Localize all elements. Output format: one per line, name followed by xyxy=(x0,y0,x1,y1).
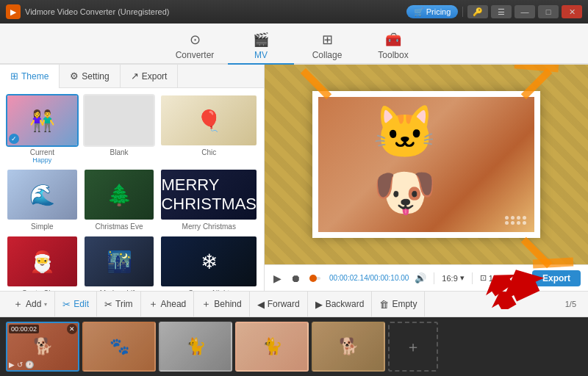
tl-play-1[interactable]: ▶ xyxy=(9,361,15,369)
tab-converter[interactable]: ⊙ Converter xyxy=(162,28,228,65)
titlebar-controls: 🛒 Pricing 🔑 ☰ — □ ✕ xyxy=(406,5,582,18)
timeline-item-3[interactable]: 🐈 xyxy=(159,322,232,372)
theme-santa-thumb: 🎅 xyxy=(6,235,79,288)
pricing-button[interactable]: 🛒 Pricing xyxy=(406,5,458,18)
preview-area: 🐱🐶 xyxy=(265,65,588,264)
theme-blank-thumb xyxy=(83,94,156,147)
page-selector[interactable]: ⊡ 1/2 ▾ xyxy=(480,273,511,283)
left-tab-export[interactable]: ↗ Export xyxy=(121,65,179,88)
titlebar-left: ▶ Vidmore Video Converter (Unregistered) xyxy=(6,4,169,19)
main-tabbar: ⊙ Converter 🎬 MV ⊞ Collage 🧰 Toolbox xyxy=(0,24,588,65)
page-dropdown-icon: ▾ xyxy=(506,273,511,283)
maximize-button[interactable]: □ xyxy=(538,5,559,18)
behind-button[interactable]: ＋ Behind xyxy=(194,292,249,317)
bottom-toolbar: ＋ Add ▾ ✂ Edit ✂ Trim ＋ Ahead ＋ Behind ◀… xyxy=(0,291,588,317)
cart-icon: 🛒 xyxy=(414,7,424,17)
preview-frame: 🐱🐶 xyxy=(312,91,540,238)
forward-icon: ◀ xyxy=(257,299,265,310)
backward-icon: ▶ xyxy=(315,299,323,310)
trim-button[interactable]: ✂ Trim xyxy=(97,292,141,317)
tl-time-1[interactable]: 🕐 xyxy=(25,361,34,369)
edit-button[interactable]: ✂ Edit xyxy=(55,292,97,317)
ahead-icon: ＋ xyxy=(148,297,158,311)
app-logo: ▶ xyxy=(6,4,21,19)
theme-blank[interactable]: Blank xyxy=(83,94,156,164)
empty-button[interactable]: 🗑 Empty xyxy=(372,292,425,317)
right-panel: 🐱🐶 ▶ ⏺ xyxy=(265,65,588,291)
mv-icon: 🎬 xyxy=(253,32,269,48)
left-panel: ⊞ Theme ⚙ Setting ↗ Export xyxy=(0,65,265,291)
left-tab-theme[interactable]: ⊞ Theme xyxy=(0,65,60,88)
timeline-item-1[interactable]: 🐕 00:00:02 ✕ ▶ ↺ 🕐 xyxy=(6,322,79,372)
behind-icon: ＋ xyxy=(201,297,211,311)
timeline: 🐕 00:00:02 ✕ ▶ ↺ 🕐 🐾 🐈 🐈 🐕 xyxy=(0,317,588,376)
timeline-item-5[interactable]: 🐕 xyxy=(312,322,385,372)
theme-merry-thumb: MERRYCHRISTMAS xyxy=(159,168,258,221)
app-title: Vidmore Video Converter (Unregistered) xyxy=(25,7,169,16)
active-check: ✓ xyxy=(9,134,19,144)
titlebar: ▶ Vidmore Video Converter (Unregistered)… xyxy=(0,0,588,24)
theme-tab-icon: ⊞ xyxy=(10,70,18,82)
tab-mv[interactable]: 🎬 MV xyxy=(228,28,294,65)
forward-button[interactable]: ◀ Forward xyxy=(250,292,308,317)
add-icon: ＋ xyxy=(13,297,23,311)
theme-chic-thumb: 🎈 xyxy=(159,94,258,147)
page-count: 1/5 xyxy=(559,300,582,308)
theme-snowy[interactable]: ❄ Snowy Night xyxy=(159,235,258,291)
tape-decoration-tr xyxy=(514,65,559,73)
minimize-button[interactable]: — xyxy=(514,5,535,18)
add-button[interactable]: ＋ Add ▾ xyxy=(6,292,55,317)
trim-icon: ✂ xyxy=(104,299,112,310)
play-button[interactable]: ▶ xyxy=(272,271,283,286)
stop-button[interactable]: ⏺ xyxy=(289,271,302,286)
theme-simple-thumb: 🌊 xyxy=(6,168,79,221)
left-tab-setting[interactable]: ⚙ Setting xyxy=(60,65,120,88)
progress-bar[interactable] xyxy=(311,277,320,280)
key-button[interactable]: 🔑 xyxy=(467,5,488,18)
theme-modern-thumb: 🌃 xyxy=(83,235,156,288)
tl-loop-1[interactable]: ↺ xyxy=(17,361,23,369)
export-tab-icon: ↗ xyxy=(131,70,139,82)
setting-tab-icon: ⚙ xyxy=(70,70,79,82)
timeline-remove-1[interactable]: ✕ xyxy=(67,324,77,334)
preview-image: 🐱🐶 xyxy=(318,97,534,232)
timeline-duration-1: 00:00:02 xyxy=(9,325,39,333)
backward-button[interactable]: ▶ Backward xyxy=(308,292,373,317)
aspect-ratio-selector[interactable]: 16:9 ▾ xyxy=(442,273,464,283)
export-button[interactable]: Export xyxy=(532,270,581,286)
left-tabs: ⊞ Theme ⚙ Setting ↗ Export xyxy=(0,65,264,88)
toolbox-icon: 🧰 xyxy=(385,32,401,48)
timeline-add-button[interactable]: ＋ xyxy=(388,322,438,372)
theme-merry[interactable]: MERRYCHRISTMAS Merry Christmas xyxy=(159,168,258,231)
playback-controls: ▶ ⏺ 00:00:02.14/00:00:10.00 🔊 16:9 ▾ ⊡ xyxy=(265,264,588,291)
theme-christmas-thumb: 🌲 xyxy=(83,168,156,221)
timeline-item-2[interactable]: 🐾 xyxy=(82,322,156,372)
theme-happy-thumb: 👫 ✓ xyxy=(6,94,79,147)
timeline-item-4[interactable]: 🐈 xyxy=(235,322,309,372)
time-display: 00:00:02.14/00:00:10.00 xyxy=(329,274,409,282)
tab-collage[interactable]: ⊞ Collage xyxy=(294,28,360,65)
theme-simple[interactable]: 🌊 Simple xyxy=(6,168,79,231)
collage-icon: ⊞ xyxy=(322,32,333,48)
empty-icon: 🗑 xyxy=(379,299,389,310)
preview-dots xyxy=(505,216,527,225)
edit-icon: ✂ xyxy=(62,299,71,310)
theme-snowy-thumb: ❄ xyxy=(159,235,258,288)
menu-button[interactable]: ☰ xyxy=(491,5,512,18)
close-button[interactable]: ✕ xyxy=(562,5,582,18)
theme-grid: 👫 ✓ Current Happy Blank xyxy=(0,88,264,291)
theme-happy[interactable]: 👫 ✓ Current Happy xyxy=(6,94,79,164)
theme-chic[interactable]: 🎈 Chic xyxy=(159,94,258,164)
progress-thumb xyxy=(309,275,317,282)
theme-christmas[interactable]: 🌲 Christmas Eve xyxy=(83,168,156,231)
volume-icon[interactable]: 🔊 xyxy=(415,272,426,283)
timeline-controls-1: ▶ ↺ 🕐 xyxy=(9,361,34,369)
content-area: ⊞ Theme ⚙ Setting ↗ Export xyxy=(0,65,588,376)
converter-icon: ⊙ xyxy=(190,32,201,48)
theme-santa[interactable]: 🎅 Santa Claus xyxy=(6,235,79,291)
tab-toolbox[interactable]: 🧰 Toolbox xyxy=(360,28,426,65)
add-dropdown-icon: ▾ xyxy=(44,301,47,308)
theme-modern[interactable]: 🌃 Modern Life xyxy=(83,235,156,291)
aspect-dropdown-icon: ▾ xyxy=(460,273,465,283)
ahead-button[interactable]: ＋ Ahead xyxy=(141,292,195,317)
